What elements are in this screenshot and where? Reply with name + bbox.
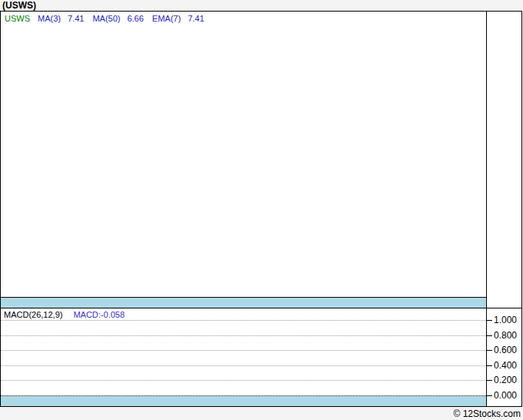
y-axis-tick [487,365,492,366]
y-axis-tick [487,380,492,381]
y-axis-label: 0.800 [494,330,520,342]
gridline-1000 [1,320,486,321]
page-title: (USWS) [2,0,36,11]
legend-ma50-label: MA(50) [92,14,120,23]
price-legend: USWSMA(3)7.41MA(50)6.66EMA(7)7.41 [5,13,213,24]
gridline-0400 [1,365,486,366]
gridline-0600 [1,350,486,351]
legend-ma3-label: MA(3) [38,14,61,23]
macd-legend: MACD(26,12,9)MACD:-0.058 [4,309,125,320]
legend-ma3-value: 7.41 [68,14,84,23]
legend-symbol: USWS [5,14,30,23]
y-axis-label: 0.600 [494,345,520,356]
y-axis-tick [487,395,492,396]
y-axis-divider [486,12,487,406]
macd-params-label: MACD(26,12,9) [4,310,62,319]
legend-ema7-label: EMA(7) [152,14,181,23]
separator-band [1,298,486,308]
legend-ma50-value: 6.66 [127,14,143,23]
legend-ema7-value: 7.41 [188,14,204,23]
y-axis-label: 0.200 [494,375,520,386]
copyright: © 12Stocks.com [453,408,521,420]
gridline-0800 [1,335,486,336]
macd-panel-top-border [1,308,521,308]
y-axis-tick [487,320,492,321]
y-axis-label: 0.400 [494,360,520,372]
macd-current-value: MACD:-0.058 [73,310,125,319]
y-axis-tick [487,335,492,336]
macd-bottom-band [1,396,486,406]
y-axis-label: 1.000 [494,315,520,326]
y-axis-tick [487,350,492,351]
chart-frame: USWSMA(3)7.41MA(50)6.66EMA(7)7.41 MACD(2… [0,11,522,407]
gridline-0200 [1,380,486,381]
y-axis-label: 0.000 [494,390,520,402]
